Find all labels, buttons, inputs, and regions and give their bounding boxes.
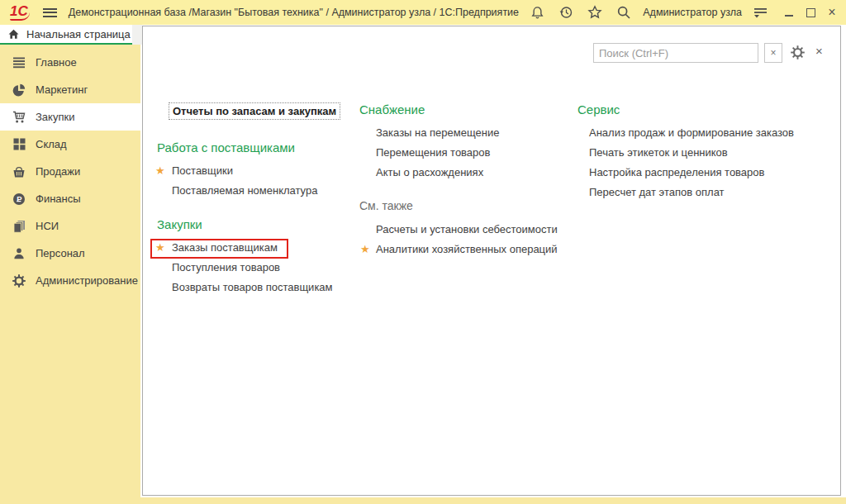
section-service: Сервис Анализ продаж и формирование зака… [576, 102, 824, 202]
1c-logo: 1С [10, 4, 30, 21]
ruble-circle-icon: P [12, 193, 26, 206]
favorites-star-icon[interactable] [587, 5, 602, 20]
link-transfer-orders[interactable]: Заказы на перемещение [358, 123, 573, 143]
service-menu-icon[interactable] [753, 6, 768, 19]
panel-close-icon[interactable]: × [815, 44, 823, 58]
link-returns-to-suppliers[interactable]: Возвраты товаров поставщикам [155, 278, 358, 297]
tab-strip: Начальная страница [0, 25, 142, 45]
person-icon [12, 247, 26, 260]
link-supplied-nomenclature[interactable]: Поставляемая номенклатура [155, 181, 358, 201]
pie-chart-icon [12, 83, 26, 97]
link-suppliers[interactable]: ★ Поставщики [155, 161, 358, 181]
reports-link[interactable]: Отчеты по запасам и закупкам [169, 102, 340, 120]
favorite-star-icon: ★ [360, 240, 370, 259]
favorite-star-icon: ★ [155, 238, 165, 258]
section-see-also: См. также Расчеты и установки себестоимо… [358, 199, 573, 259]
sidebar-item-purchases[interactable]: Закупки [0, 103, 140, 131]
section-suppliers: Работа с поставщиками ★ Поставщики Поста… [155, 140, 358, 201]
sidebar-item-main[interactable]: Главное [0, 49, 140, 76]
sidebar-item-warehouse[interactable]: Склад [0, 131, 140, 158]
basket-icon [12, 165, 26, 178]
sidebar-item-label: Закупки [36, 111, 74, 123]
sidebar-item-label: Финансы [36, 193, 81, 205]
link-payment-stage-dates-recalc[interactable]: Пересчет дат этапов оплат [576, 183, 824, 202]
cards-icon [12, 220, 26, 233]
sidebar-item-administration[interactable]: Администрирование [0, 267, 140, 294]
section-title: Сервис [577, 102, 824, 117]
tab-home-page[interactable]: Начальная страница [0, 25, 132, 45]
link-business-operation-analytics[interactable]: ★ Аналитики хозяйственных операций [358, 240, 573, 259]
search-clear-button[interactable]: × [764, 43, 782, 63]
link-goods-receipts[interactable]: Поступления товаров [155, 258, 358, 278]
minimize-button[interactable] [783, 7, 795, 18]
sidebar-item-label: Администрирование [36, 274, 138, 287]
panel-settings-gear-icon[interactable] [791, 45, 805, 63]
sidebar-item-marketing[interactable]: Маркетинг [0, 76, 140, 103]
sidebar-item-nsi[interactable]: НСИ [0, 212, 140, 240]
window-frame-bottom [0, 497, 846, 504]
history-icon[interactable] [558, 5, 573, 20]
titlebar: 1С Демонстрационная база /Магазин "Бытов… [0, 0, 846, 25]
section-title: Работа с поставщиками [157, 140, 358, 155]
gear-icon [12, 274, 26, 288]
sidebar-item-personnel[interactable]: Персонал [0, 240, 140, 267]
sections-sidebar: Главное Маркетинг Закупки Склад Продажи … [0, 45, 140, 497]
link-discrepancy-acts[interactable]: Акты о расхождениях [358, 163, 573, 183]
svg-text:P: P [17, 194, 22, 203]
sidebar-item-label: НСИ [36, 220, 59, 232]
column-purchases: Отчеты по запасам и закупкам Работа с по… [155, 102, 358, 297]
section-supply: Снабжение Заказы на перемещение Перемеще… [358, 102, 573, 183]
section-title: Закупки [157, 217, 358, 232]
section-title: Снабжение [359, 102, 573, 117]
sidebar-item-label: Персонал [36, 247, 85, 259]
sidebar-item-finance[interactable]: P Финансы [0, 185, 140, 212]
section-title: См. также [359, 199, 573, 214]
sidebar-item-label: Склад [36, 138, 67, 150]
sidebar-item-sales[interactable]: Продажи [0, 158, 140, 185]
menu-lines-icon [12, 57, 26, 69]
grid-icon [12, 138, 26, 150]
link-goods-distribution-settings[interactable]: Настройка распределения товаров [576, 163, 824, 183]
shopping-cart-icon [12, 111, 26, 124]
sidebar-item-label: Продажи [36, 165, 80, 178]
column-service: Сервис Анализ продаж и формирование зака… [576, 102, 824, 202]
link-cost-calculations[interactable]: Расчеты и установки себестоимости [358, 220, 573, 240]
purchases-function-panel: × × Отчеты по запасам и закупкам Работа … [142, 26, 841, 496]
main-menu-icon[interactable] [43, 8, 57, 17]
search-input[interactable] [593, 43, 758, 63]
link-supplier-orders[interactable]: ★ Заказы поставщикам [155, 238, 358, 258]
section-purchases: Закупки ★ Заказы поставщикам Поступления… [155, 217, 358, 297]
window-title: Демонстрационная база /Магазин "Бытовая … [69, 7, 519, 18]
link-goods-transfers[interactable]: Перемещения товаров [358, 143, 573, 163]
tab-label: Начальная страница [26, 28, 131, 40]
column-supply: Снабжение Заказы на перемещение Перемеще… [358, 102, 573, 259]
search-icon[interactable] [616, 5, 631, 20]
maximize-button[interactable] [805, 7, 816, 18]
current-user[interactable]: Администратор узла [643, 7, 742, 18]
favorite-star-icon: ★ [155, 161, 165, 181]
home-icon [7, 28, 20, 40]
link-label-price-tag-printing[interactable]: Печать этикеток и ценников [576, 143, 824, 163]
close-button[interactable]: × [826, 7, 838, 18]
link-sales-analysis-order-forming[interactable]: Анализ продаж и формирование заказов [576, 123, 824, 143]
sidebar-item-label: Главное [36, 56, 77, 69]
sidebar-item-label: Маркетинг [36, 83, 88, 96]
notifications-bell-icon[interactable] [530, 6, 544, 20]
